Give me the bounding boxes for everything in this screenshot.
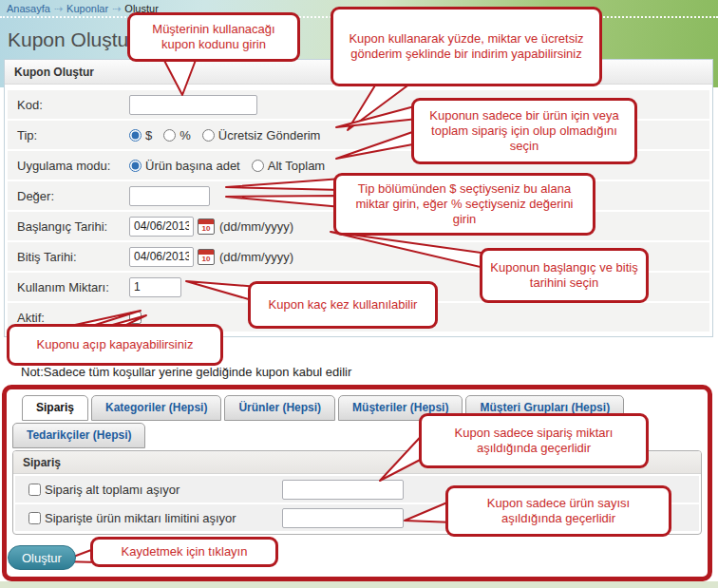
- baslangic-date-format-hint: (dd/mm/yyyy): [219, 219, 293, 234]
- create-button[interactable]: Oluştur: [8, 545, 76, 570]
- annotation-tarih: Kuponun başlangıç ve bitiş tarihini seçi…: [480, 248, 649, 303]
- quantity-limit-input[interactable]: [282, 508, 404, 528]
- breadcrumb-home-link[interactable]: Anasayfa: [7, 3, 50, 14]
- annotation-kaydet: Kaydetmek için tıklayın: [90, 537, 278, 567]
- tip-percent-radio[interactable]: [163, 129, 176, 142]
- breadcrumb-coupons-link[interactable]: Kuponlar: [66, 3, 108, 14]
- annotation-kullanim: Kupon kaç kez kullanılabilir: [248, 281, 438, 329]
- annotation-uygulama: Kuponun sadece bir ürün için veya toplam…: [411, 98, 637, 164]
- kullanim-label: Kullanım Miktarı:: [8, 280, 129, 294]
- deger-label: Değer:: [8, 189, 129, 203]
- aktif-label: Aktif:: [8, 311, 129, 325]
- aktif-checkbox[interactable]: [129, 312, 142, 324]
- tip-free-shipping-radio[interactable]: [202, 129, 215, 142]
- breadcrumb-arrow-icon: ⇢: [54, 3, 63, 14]
- bitis-date-format-hint: (dd/mm/yyyy): [219, 250, 293, 264]
- baslangic-date-input[interactable]: [129, 217, 194, 237]
- tip-label: Tip:: [8, 128, 129, 142]
- tab-urunler[interactable]: Ürünler (Hepsi): [224, 395, 335, 421]
- kod-label: Kod:: [8, 98, 129, 112]
- uygulama-per-item-radio[interactable]: [129, 160, 142, 172]
- tip-dollar-label: $: [145, 128, 152, 142]
- deger-input[interactable]: [129, 186, 210, 206]
- calendar-icon-day: 10: [198, 224, 214, 234]
- tab-siparis[interactable]: Sipariş: [22, 395, 88, 421]
- kod-input[interactable]: [129, 95, 257, 115]
- annotation-siparis-miktar: Kupon sadece sipariş miktarı aşıldığında…: [419, 413, 649, 468]
- note-text: Not:Sadece tüm koşullar yerine geldiğind…: [21, 365, 351, 379]
- quantity-limit-checkbox[interactable]: [28, 512, 41, 524]
- subtotal-exceeds-label: Sipariş alt toplamı aşıyor: [45, 483, 282, 497]
- quantity-limit-label: Siparişte ürün miktarı limitini aşıyor: [45, 511, 282, 525]
- annotation-tip: Kupon kullanarak yüzde, miktar ve ücrets…: [331, 7, 602, 86]
- tab-kategoriler[interactable]: Kategoriler (Hepsi): [91, 395, 221, 421]
- page-title: Kupon Oluştur: [8, 28, 135, 51]
- breadcrumb-arrow-icon: ⇢: [112, 3, 121, 14]
- tip-free-shipping-label: Ücretsiz Gönderim: [218, 128, 321, 142]
- annotation-kod: Müşterinin kullanacağı kupon kodunu giri…: [127, 12, 300, 62]
- tip-percent-label: %: [180, 128, 191, 142]
- calendar-icon[interactable]: 10: [198, 249, 215, 265]
- uygulama-subtotal-radio[interactable]: [252, 160, 264, 172]
- annotation-deger: Tip bölümünden $ seçtiyseniz bu alana mi…: [333, 173, 595, 236]
- baslangic-label: Başlangıç Tarihi:: [8, 219, 129, 234]
- annotation-aktif: Kuponu açıp kapayabilirsiniz: [7, 324, 223, 366]
- tip-dollar-radio[interactable]: [129, 129, 142, 142]
- uygulama-label: Uygulama modu:: [8, 159, 129, 173]
- bitis-date-input[interactable]: [129, 247, 194, 267]
- tab-tedarikciler[interactable]: Tedarikçiler (Hepsi): [12, 423, 145, 448]
- kullanim-miktari-input[interactable]: [129, 277, 181, 297]
- uygulama-subtotal-label: Alt Toplam: [268, 159, 325, 173]
- subtotal-exceeds-checkbox[interactable]: [28, 484, 41, 496]
- calendar-icon-day: 10: [198, 255, 214, 264]
- coupon-create-page: Anasayfa⇢Kuponlar⇢Oluştur Kupon Oluştur …: [0, 0, 718, 588]
- annotation-urun-sayisi: Kupon sadece ürün sayısı aşıldığında geç…: [445, 485, 671, 537]
- uygulama-per-item-label: Ürün başına adet: [145, 159, 240, 173]
- subtotal-exceeds-input[interactable]: [282, 480, 404, 500]
- bitis-label: Bitiş Tarihi:: [8, 250, 129, 264]
- calendar-icon[interactable]: 10: [198, 218, 215, 235]
- page-bottom-strip: [0, 581, 718, 588]
